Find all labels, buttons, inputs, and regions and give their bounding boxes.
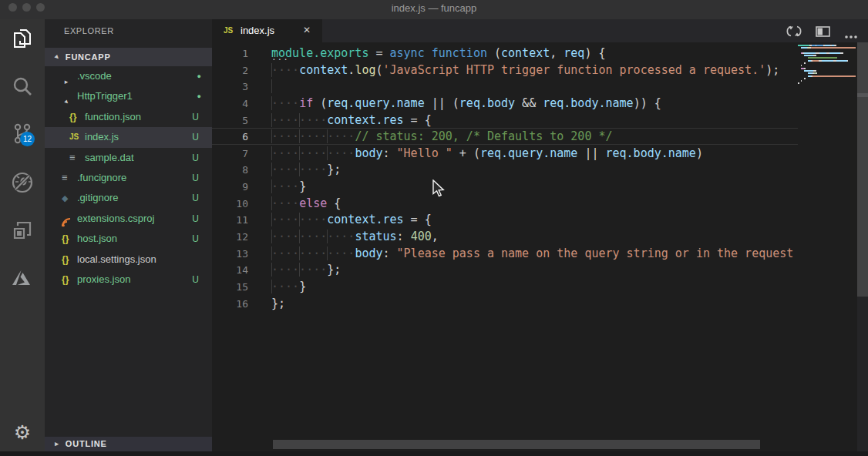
token: , <box>432 230 439 243</box>
token: if <box>299 96 313 110</box>
tab-close-icon[interactable]: ✕ <box>303 25 311 35</box>
code-line-15[interactable]: ····} <box>271 279 798 296</box>
line-number[interactable]: 8 <box>212 162 254 179</box>
code-line-6[interactable]: ············// status: 200, /* Defaults … <box>271 129 798 146</box>
search-icon[interactable] <box>10 75 35 99</box>
debug-disabled-icon[interactable] <box>10 170 35 195</box>
vscode-window: index.js — funcapp 12 <box>0 0 868 456</box>
code-line-16[interactable]: }; <box>271 296 798 313</box>
code-line-8[interactable]: ········}; <box>271 162 798 179</box>
file-name: local.settings.json <box>77 250 156 270</box>
token: "Hello " <box>397 146 453 160</box>
vertical-scrollbar[interactable] <box>857 42 868 456</box>
code-line-9[interactable]: ····} <box>271 179 798 196</box>
line-number-gutter[interactable]: 12345678910111213141516 <box>212 45 254 312</box>
split-editor-icon[interactable] <box>816 26 830 40</box>
code-line-5[interactable]: ········context.res = { <box>271 112 798 129</box>
token: , <box>550 46 564 60</box>
line-number[interactable]: 7 <box>212 146 254 163</box>
line-number[interactable]: 11 <box>212 212 254 229</box>
token: }; <box>327 263 341 277</box>
tree-item-index.js[interactable]: JSindex.jsU <box>45 127 212 147</box>
section-header-funcapp[interactable]: ▸ FUNCAPP <box>45 48 212 66</box>
azure-icon[interactable] <box>10 266 35 290</box>
explorer-icon[interactable] <box>10 26 35 51</box>
extensions-icon[interactable] <box>10 218 35 243</box>
token: status <box>355 230 396 243</box>
file-name: proxies.json <box>77 270 130 290</box>
tree-item-host.json[interactable]: {}host.jsonU <box>45 229 212 249</box>
tree-item-function.json[interactable]: {}function.jsonU <box>45 107 212 127</box>
line-number[interactable]: 13 <box>212 246 254 263</box>
token: ( <box>313 96 327 110</box>
line-number[interactable]: 5 <box>212 112 254 129</box>
line-number[interactable]: 2 <box>212 62 254 79</box>
tree-item-.funcignore[interactable]: ≡.funcignoreU <box>45 168 212 188</box>
git-status-dot: ● <box>197 66 201 86</box>
json-file-icon: {} <box>62 250 69 270</box>
file-name: HttpTrigger1 <box>77 86 133 106</box>
vertical-scrollbar-thumb[interactable] <box>857 42 868 297</box>
tree-item-proxies.json[interactable]: {}proxies.jsonU <box>45 270 212 290</box>
token: || ( <box>425 96 459 110</box>
code-line-11[interactable]: ········context.res = { <box>271 212 798 229</box>
tab-index-js[interactable]: JS index.js ✕ <box>212 19 322 42</box>
code-editor[interactable]: 12345678910111213141516 module.exports =… <box>212 42 868 456</box>
tree-item-extensions.csproj[interactable]: extensions.csprojU <box>45 209 212 229</box>
code-line-12[interactable]: ············status: 400, <box>271 229 798 246</box>
token: = { <box>404 113 432 127</box>
token: } <box>299 179 306 193</box>
indent-whitespace: ········ <box>271 213 327 226</box>
indent-whitespace: ···· <box>271 179 299 193</box>
code-line-4[interactable]: ····if (req.query.name || (req.body && r… <box>271 96 798 112</box>
gear-icon[interactable]: ⚙ <box>11 421 34 444</box>
file-name: extensions.csproj <box>77 209 154 229</box>
line-number[interactable]: 10 <box>212 196 254 213</box>
code-line-3[interactable] <box>271 79 798 96</box>
line-number[interactable]: 12 <box>212 229 254 246</box>
line-number[interactable]: 9 <box>212 179 254 196</box>
token: context.res <box>327 113 403 127</box>
line-number[interactable]: 6 <box>212 129 254 146</box>
git-untracked-badge: U <box>192 270 199 290</box>
line-number[interactable]: 14 <box>212 262 254 279</box>
file-tree: ▸.vscode●▸HttpTrigger1●{}function.jsonUJ… <box>45 66 212 290</box>
window-title: index.js — funcapp <box>0 2 868 14</box>
line-number[interactable]: 3 <box>212 79 254 96</box>
more-actions-icon[interactable] <box>844 28 858 42</box>
code-line-7[interactable]: ············body: "Hello " + (req.query.… <box>271 146 798 163</box>
code-content[interactable]: module.exports = async function (context… <box>271 45 798 312</box>
line-number[interactable]: 1 <box>212 45 254 62</box>
token: else <box>299 196 327 210</box>
token: req.body.name <box>543 96 633 110</box>
line-number[interactable]: 4 <box>212 96 254 112</box>
token: ( <box>487 46 501 60</box>
line-number[interactable]: 15 <box>212 279 254 296</box>
token: : <box>383 146 397 160</box>
code-line-10[interactable]: ····else { <box>271 196 798 213</box>
line-number[interactable]: 16 <box>212 296 254 313</box>
js-file-icon: JS <box>224 26 233 35</box>
tree-item-.vscode[interactable]: ▸.vscode● <box>45 66 212 86</box>
tree-item-local.settings.json[interactable]: {}local.settings.json <box>45 250 212 270</box>
tree-item-.gitignore[interactable]: ◆.gitignoreU <box>45 188 212 208</box>
synchronize-changes-icon[interactable] <box>786 25 802 41</box>
json-file-icon: {} <box>62 270 69 290</box>
tree-item-sample.dat[interactable]: ≡sample.datU <box>45 148 212 168</box>
file-name: host.json <box>77 229 117 249</box>
activity-bar: 12 ⚙ <box>0 19 45 456</box>
minimap[interactable] <box>798 45 856 86</box>
indent-whitespace: ············ <box>271 129 355 143</box>
git-untracked-badge: U <box>192 127 199 147</box>
section-header-outline[interactable]: ▸ OUTLINE <box>45 437 212 451</box>
window-bottom-edge <box>0 451 868 456</box>
code-line-14[interactable]: ········}; <box>271 262 798 279</box>
overview-ruler-cursor-marker <box>857 93 868 97</box>
token: ) <box>696 146 703 160</box>
json-file-icon: {} <box>62 229 69 249</box>
tree-item-HttpTrigger1[interactable]: ▸HttpTrigger1● <box>45 86 212 106</box>
code-line-2[interactable]: ····context.log('JavaScript HTTP trigger… <box>271 62 798 79</box>
code-line-1[interactable]: module.exports = async function (context… <box>271 45 798 62</box>
code-line-13[interactable]: ············body: "Please pass a name on… <box>271 246 798 263</box>
horizontal-scrollbar-thumb[interactable] <box>273 440 760 449</box>
